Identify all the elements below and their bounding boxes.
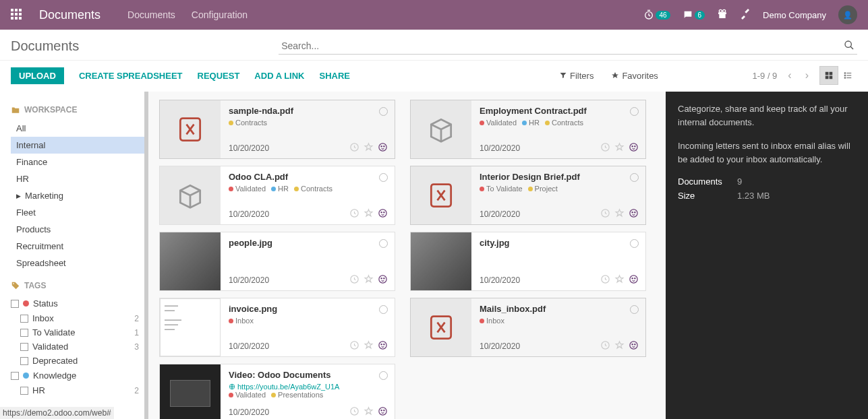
svg-point-51 <box>632 344 633 345</box>
doc-date: 10/20/2020 <box>480 342 600 351</box>
face-icon[interactable] <box>629 142 639 154</box>
page-title: Documents <box>11 38 79 54</box>
tag-group[interactable]: Knowledge <box>11 368 148 383</box>
upload-button[interactable]: UPLOAD <box>11 67 64 84</box>
document-card[interactable]: city.jpg10/20/2020 <box>410 232 646 291</box>
star-icon[interactable] <box>364 142 374 154</box>
select-circle[interactable] <box>379 305 388 314</box>
pager-next[interactable]: › <box>803 69 811 82</box>
apps-icon[interactable] <box>11 9 23 21</box>
select-circle[interactable] <box>379 107 388 116</box>
workspace-item[interactable]: HR <box>11 170 148 187</box>
svg-point-26 <box>635 146 635 147</box>
face-icon[interactable] <box>629 340 639 352</box>
search-box[interactable] <box>279 38 857 55</box>
star-icon[interactable] <box>614 142 625 154</box>
star-icon[interactable] <box>614 274 625 286</box>
workspace-item[interactable]: All <box>11 120 148 137</box>
workspace-item[interactable]: Finance <box>11 154 148 170</box>
view-list-button[interactable] <box>838 66 857 85</box>
document-card[interactable]: Mails_inbox.pdfInbox10/20/2020 <box>410 298 646 357</box>
select-circle[interactable] <box>379 371 388 380</box>
svg-point-20 <box>379 143 386 151</box>
svg-point-6 <box>845 41 851 47</box>
doc-date: 10/20/2020 <box>480 276 600 285</box>
tools-icon[interactable] <box>740 9 751 22</box>
tag-item[interactable]: Validated3 <box>11 340 148 354</box>
face-icon[interactable] <box>378 142 388 154</box>
svg-rect-16 <box>846 77 851 78</box>
tag-item[interactable]: Deprecated <box>11 354 148 368</box>
face-icon[interactable] <box>378 274 388 286</box>
tag-item[interactable]: Inbox2 <box>11 311 148 325</box>
favorites-button[interactable]: Favorites <box>611 71 658 81</box>
svg-point-34 <box>632 212 633 213</box>
workspace-item[interactable]: Internal <box>11 137 148 154</box>
statusbar-url: https://demo2.odoo.com/web# <box>0 407 114 419</box>
doc-thumb <box>160 364 221 419</box>
star-icon[interactable] <box>364 406 374 418</box>
face-icon[interactable] <box>629 274 639 286</box>
star-icon[interactable] <box>364 340 374 352</box>
doc-date: 10/20/2020 <box>229 408 349 417</box>
clock-icon <box>349 208 359 220</box>
gift-icon[interactable] <box>717 9 728 22</box>
view-kanban-button[interactable] <box>819 66 838 85</box>
svg-point-42 <box>632 278 633 279</box>
workspace-item[interactable]: Products <box>11 221 148 238</box>
star-icon[interactable] <box>364 208 374 220</box>
document-card[interactable]: ▬▬▬▬▬▬▬▬▬▬▬▬▬▬▬▬▬▬▬invoice.pngInbox10/20… <box>159 298 395 357</box>
face-icon[interactable] <box>629 208 639 220</box>
tag-item[interactable]: To Validate1 <box>11 325 148 340</box>
face-icon[interactable] <box>378 340 388 352</box>
clock-icon <box>349 142 359 154</box>
face-icon[interactable] <box>378 406 388 418</box>
select-circle[interactable] <box>379 239 388 248</box>
pager-prev[interactable]: ‹ <box>785 69 794 82</box>
request-button[interactable]: REQUEST <box>198 71 240 81</box>
workspace-item[interactable]: Spreadsheet <box>11 255 148 271</box>
document-card[interactable]: sample-nda.pdfContracts10/20/2020 <box>159 100 395 159</box>
document-card[interactable]: people.jpg10/20/2020 <box>159 232 395 291</box>
create-spreadsheet-button[interactable]: CREATE SPREADSHEET <box>79 71 183 81</box>
workspace-item[interactable]: Recruitment <box>11 238 148 255</box>
pager: 1-9 / 9 ‹ › <box>752 66 857 85</box>
select-circle[interactable] <box>630 305 639 314</box>
star-icon[interactable] <box>614 340 625 352</box>
face-icon[interactable] <box>378 208 388 220</box>
search-icon[interactable] <box>844 40 855 53</box>
header-row: Documents <box>0 30 868 61</box>
pager-range: 1-9 / 9 <box>752 71 777 81</box>
doc-thumb <box>411 100 471 158</box>
select-circle[interactable] <box>630 173 639 182</box>
filters-button[interactable]: Filters <box>559 71 594 81</box>
svg-point-4 <box>719 9 722 12</box>
search-input[interactable] <box>279 38 857 54</box>
select-circle[interactable] <box>630 107 639 116</box>
top-menu-documents[interactable]: Documents <box>127 9 175 20</box>
timer-badge[interactable]: 46 <box>643 9 670 20</box>
company-name[interactable]: Demo Company <box>763 10 826 20</box>
user-avatar[interactable]: 👤 <box>838 5 857 24</box>
workspace-item[interactable]: Fleet <box>11 204 148 221</box>
select-circle[interactable] <box>630 239 639 248</box>
tag-group[interactable]: Status <box>11 296 148 311</box>
sidebar: WORKSPACE AllInternalFinanceHR▶Marketing… <box>0 92 148 419</box>
workspace-item[interactable]: ▶Marketing <box>11 187 148 204</box>
doc-date: 10/20/2020 <box>229 342 349 351</box>
document-card[interactable]: Odoo CLA.pdfValidatedHRContracts10/20/20… <box>159 166 395 225</box>
star-icon[interactable] <box>614 208 625 220</box>
doc-title: people.jpg <box>229 238 388 248</box>
document-card[interactable]: Video: Odoo Documentshttps://youtu.be/Ay… <box>159 364 395 419</box>
chat-badge[interactable]: 6 <box>683 9 705 20</box>
doc-title: Odoo CLA.pdf <box>229 172 388 182</box>
top-menu-configuration[interactable]: Configuration <box>192 9 248 20</box>
share-button[interactable]: SHARE <box>320 71 351 81</box>
document-card[interactable]: Interior Design Brief.pdfTo ValidateProj… <box>410 166 646 225</box>
tag-item[interactable]: HR2 <box>11 383 148 397</box>
svg-point-17 <box>13 283 14 284</box>
select-circle[interactable] <box>379 173 388 182</box>
document-card[interactable]: Employment Contract.pdfValidatedHRContra… <box>410 100 646 159</box>
star-icon[interactable] <box>364 274 374 286</box>
add-link-button[interactable]: ADD A LINK <box>254 71 304 81</box>
